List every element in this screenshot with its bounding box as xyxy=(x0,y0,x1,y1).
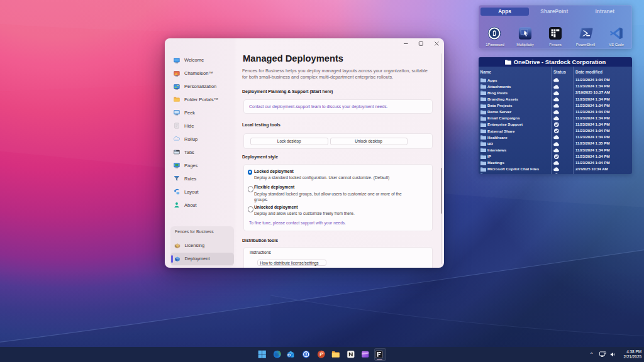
svg-text:P: P xyxy=(319,351,323,357)
